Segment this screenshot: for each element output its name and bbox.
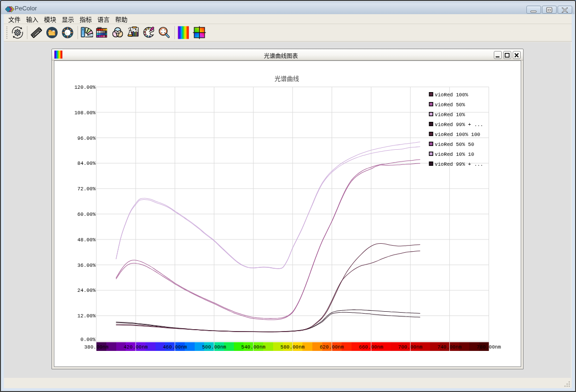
svg-text:700.00nm: 700.00nm [398,344,422,350]
svg-text:vioRed 100% 100: vioRed 100% 100 [435,132,480,137]
svg-text:740.00nm: 740.00nm [438,344,462,350]
svg-text:vioRed 10%: vioRed 10% [435,112,465,118]
svg-text:460.00nm: 460.00nm [163,344,187,350]
svg-text:48.00%: 48.00% [77,237,96,243]
svg-text:580.00nm: 580.00nm [281,344,305,350]
svg-text:72.00%: 72.00% [77,186,96,192]
svg-text:vioRed 10% 10: vioRed 10% 10 [435,152,474,157]
svg-text:vioRed 50%: vioRed 50% [435,102,465,108]
svg-text:108.00%: 108.00% [74,110,95,116]
svg-text:0.00%: 0.00% [80,337,96,342]
svg-text:光谱曲线: 光谱曲线 [275,74,299,83]
svg-text:vioRed 99% + ...: vioRed 99% + ... [435,162,483,167]
svg-text:84.00%: 84.00% [77,161,96,166]
svg-text:24.00%: 24.00% [77,288,96,293]
svg-text:620.00nm: 620.00nm [320,344,344,350]
svg-text:vioRed 50% 50: vioRed 50% 50 [435,142,474,147]
svg-text:420.00nm: 420.00nm [123,344,147,350]
svg-text:380.00nm: 380.00nm [84,344,108,350]
svg-text:660.00nm: 660.00nm [359,344,383,350]
svg-text:540.00nm: 540.00nm [241,344,266,350]
svg-text:vioRed 100%: vioRed 100% [435,92,468,98]
svg-text:96.00%: 96.00% [77,136,96,141]
svg-text:120.00%: 120.00% [74,85,95,90]
svg-text:12.00%: 12.00% [77,313,96,319]
svg-text:500.00nm: 500.00nm [202,344,226,350]
svg-text:60.00%: 60.00% [77,212,96,217]
svg-text:780.00nm: 780.00nm [477,344,501,350]
svg-text:36.00%: 36.00% [77,263,96,268]
svg-text:vioRed 99% + ...: vioRed 99% + ... [435,122,483,128]
